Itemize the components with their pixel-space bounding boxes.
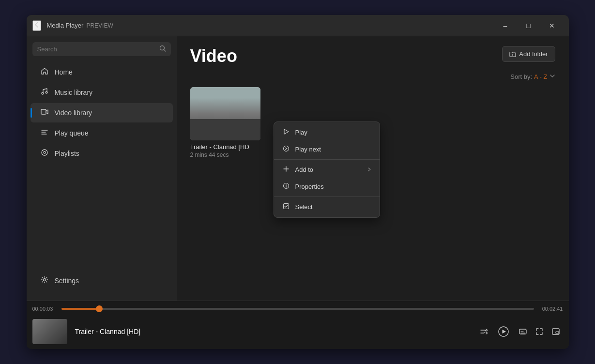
active-indicator [31,108,32,118]
context-add-to-label: Add to [295,166,314,173]
playlists-icon [40,149,49,158]
settings-icon [40,276,49,286]
player-bar: 00:00:03 00:02:41 Trailer - Clannad [HD] [27,301,569,349]
sidebar-item-label: Video library [55,109,92,117]
play-next-icon [282,145,290,153]
svg-point-8 [42,150,47,155]
context-menu-item-properties[interactable]: Properties [274,178,380,195]
window-subtitle: PREVIEW [86,22,113,29]
sidebar-item-label: Home [55,68,73,76]
sidebar-item-label: Playlists [55,150,79,157]
pip-button[interactable] [549,324,563,339]
window-controls: – □ ✕ [494,18,563,33]
sidebar-item-video-library[interactable]: Video library [31,103,173,122]
search-icon [159,45,166,53]
add-folder-button[interactable]: Add folder [502,46,555,62]
sort-control[interactable]: Sort by: A - Z [510,73,555,80]
svg-marker-22 [502,330,506,334]
fullscreen-button[interactable] [532,324,547,339]
shuffle-button[interactable] [477,324,491,339]
context-menu-item-play[interactable]: Play [274,124,380,141]
context-separator-2 [274,197,380,197]
svg-point-2 [42,92,44,94]
video-card[interactable]: Trailer - Clannad [HD 2 mins 44 secs [190,87,260,301]
sidebar-item-play-queue[interactable]: Play queue [31,123,173,143]
sidebar-item-label: Music library [55,89,93,96]
app-window: Media Player PREVIEW – □ ✕ [27,15,569,349]
window-title: Media Player [47,22,84,29]
player-right-controls [516,324,563,339]
svg-point-9 [44,152,46,153]
context-play-next-label: Play next [295,146,321,153]
progress-bar-wrap: 00:00:03 00:02:41 [27,301,569,314]
svg-line-1 [164,50,166,52]
sidebar-item-playlists[interactable]: Playlists [31,144,173,163]
add-folder-label: Add folder [519,50,548,58]
sort-label: Sort by: [510,73,532,80]
sort-value: A - Z [534,73,547,80]
maximize-button[interactable]: □ [518,18,540,33]
close-button[interactable]: ✕ [541,18,563,33]
sidebar-item-label: Play queue [55,129,89,137]
info-icon [282,182,290,191]
svg-point-14 [283,146,289,152]
chevron-down-icon [549,73,555,80]
sidebar-bottom: Settings [27,271,177,295]
sidebar-item-settings[interactable]: Settings [31,271,173,290]
video-title: Trailer - Clannad [HD [190,143,260,151]
captions-button[interactable] [516,324,530,339]
play-pause-button[interactable] [495,323,512,340]
minimize-button[interactable]: – [494,18,517,33]
context-menu-item-select[interactable]: Select [274,198,380,215]
context-menu: Play Play next [274,121,380,218]
home-icon [40,67,49,77]
context-properties-label: Properties [295,183,324,190]
play-icon [282,128,290,136]
video-thumbnail [190,87,260,140]
svg-rect-20 [283,204,289,209]
player-thumbnail [32,319,67,344]
progress-thumb [96,305,103,312]
sidebar-item-music-library[interactable]: Music library [31,83,173,102]
queue-icon [40,128,49,138]
add-icon [282,166,290,174]
music-icon [40,88,49,97]
submenu-arrow-icon [367,166,372,173]
sort-bar: Sort by: A - Z [177,71,569,87]
title-bar: Media Player PREVIEW – □ ✕ [27,15,569,36]
player-thumb-inner [32,319,67,344]
context-play-label: Play [295,129,307,136]
player-controls: Trailer - Clannad [HD] [27,314,569,349]
svg-point-3 [46,91,47,93]
player-title: Trailer - Clannad [HD] [71,328,473,335]
sidebar: Home Music library [27,36,177,301]
current-time: 00:00:03 [32,306,58,312]
back-button[interactable] [32,20,41,31]
sidebar-item-home[interactable]: Home [31,62,173,82]
select-icon [282,203,290,211]
video-duration: 2 mins 44 secs [190,152,260,158]
context-menu-item-play-next[interactable]: Play next [274,141,380,158]
main-content: Home Music library [27,36,569,301]
progress-track[interactable] [61,308,534,310]
svg-marker-13 [284,129,289,134]
progress-fill [61,308,99,310]
context-menu-item-add-to[interactable]: Add to [274,161,380,178]
content-header: Video Add folder [177,36,569,71]
context-select-label: Select [295,203,313,211]
search-bar[interactable] [32,42,171,56]
total-time: 00:02:41 [538,306,563,312]
video-icon [40,108,49,118]
page-title: Video [190,46,237,66]
context-separator [274,159,380,160]
search-input[interactable] [37,46,159,53]
svg-rect-4 [41,109,46,114]
content-area: Video Add folder Sort by: A - Z [177,36,569,301]
svg-point-19 [286,184,286,184]
svg-rect-27 [556,332,559,334]
settings-label: Settings [55,277,79,285]
svg-point-10 [43,279,46,281]
